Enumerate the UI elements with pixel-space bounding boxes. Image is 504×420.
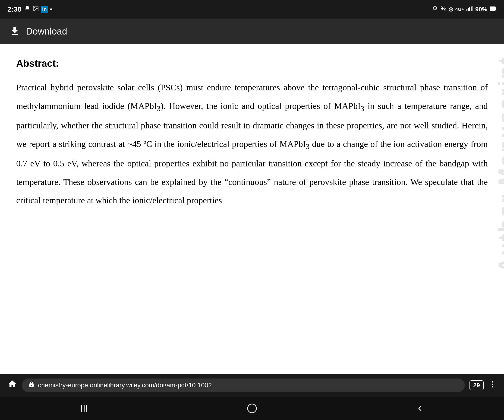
4g-icon: 4G+	[455, 7, 464, 12]
home-button[interactable]	[7, 379, 17, 391]
svg-point-12	[492, 386, 493, 387]
svg-point-11	[492, 383, 493, 385]
lock-icon	[28, 381, 35, 390]
tab-count[interactable]: 29	[469, 380, 484, 390]
svg-rect-6	[472, 6, 473, 11]
back-button[interactable]	[411, 402, 429, 415]
status-right: ◎ 4G+ 90%	[432, 6, 497, 13]
image-icon	[32, 5, 39, 13]
url-text: chemistry-europe.onlinelibrary.wiley.com…	[38, 382, 212, 389]
download-icon	[9, 26, 20, 37]
status-left: 2:38 in •	[7, 5, 52, 13]
location-icon: ◎	[449, 6, 453, 12]
linkedin-icon: in	[41, 6, 48, 13]
svg-rect-13	[81, 405, 82, 412]
svg-rect-9	[490, 7, 495, 10]
svg-rect-15	[86, 405, 87, 412]
abstract-heading: Abstract:	[16, 58, 488, 69]
svg-rect-2	[467, 9, 468, 11]
status-time: 2:38	[7, 5, 21, 13]
dot-icon: •	[50, 6, 52, 13]
watermark: Author Manuscript	[494, 56, 504, 273]
status-icons: in •	[24, 5, 52, 13]
battery-icon	[490, 6, 497, 12]
battery-percent: 90%	[475, 6, 487, 13]
mute-icon	[440, 6, 446, 13]
android-nav-bar	[0, 397, 504, 420]
svg-rect-5	[471, 6, 472, 11]
signal-icon	[467, 6, 473, 12]
svg-rect-4	[469, 7, 470, 11]
svg-rect-3	[468, 8, 469, 11]
toolbar[interactable]: Download	[0, 18, 504, 44]
svg-point-10	[492, 381, 493, 383]
home-nav-button[interactable]	[243, 402, 261, 415]
svg-point-16	[248, 404, 256, 413]
alarm-icon	[432, 6, 438, 13]
abstract-text: Practical hybrid perovskite solar cells …	[16, 78, 488, 210]
status-bar: 2:38 in • ◎ 4G+ 90%	[0, 0, 504, 18]
download-button[interactable]: Download	[26, 26, 67, 37]
browser-menu-button[interactable]	[488, 380, 497, 390]
recent-apps-button[interactable]	[75, 402, 93, 415]
browser-url-bar[interactable]: chemistry-europe.onlinelibrary.wiley.com…	[22, 378, 465, 392]
browser-bar: chemistry-europe.onlinelibrary.wiley.com…	[0, 374, 504, 397]
main-content: Author Manuscript Abstract: Practical hy…	[0, 44, 504, 369]
svg-rect-14	[84, 405, 84, 412]
notification-icon	[24, 5, 30, 13]
svg-point-1	[34, 7, 35, 8]
svg-rect-8	[495, 8, 496, 10]
